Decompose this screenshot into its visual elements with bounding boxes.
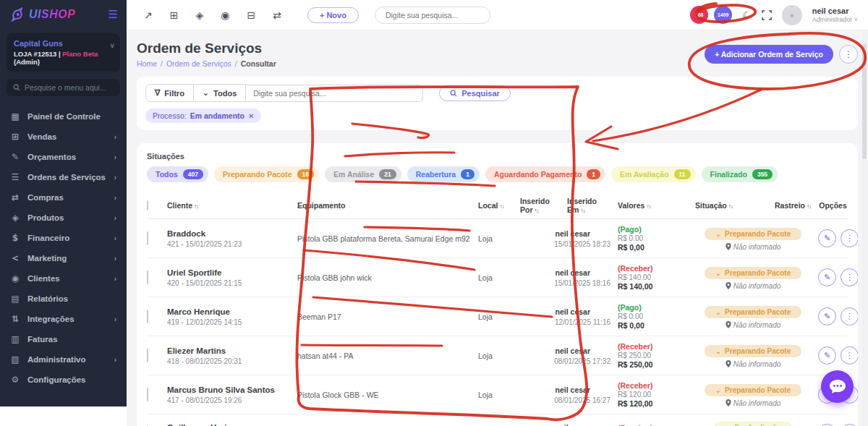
select-all-checkbox[interactable] [147,200,148,210]
count-badge: 11 [674,169,691,179]
edit-button[interactable]: ✎ [818,346,836,365]
header-inserido-em[interactable]: Inserido Em↑↓ [567,197,613,214]
client-name[interactable]: Marco Henrique [167,307,297,316]
sidebar-item-configurações[interactable]: ⚙ Configurações [0,370,127,390]
sidebar-item-faturas[interactable]: ▥ Faturas [0,329,127,349]
sidebar-item-painel-de-controle[interactable]: ▦ Painel de Controle [0,106,127,127]
row-checkbox[interactable] [147,388,148,401]
sidebar-toggle-icon[interactable]: ☰ [109,8,118,21]
row-checkbox[interactable] [147,349,148,362]
status-chip-em-avaliação[interactable]: Em Avaliação11 [611,166,696,182]
page-menu-button[interactable]: ⋮ [839,45,858,64]
scope-select[interactable]: ⌄Todos [194,84,246,102]
stats-icon[interactable]: ↗ [144,9,153,21]
scrollbar-thumb[interactable] [862,43,867,159]
edit-button[interactable]: ✎ [818,307,836,325]
header-inserido-por[interactable]: Inserido Por↑↓ [520,197,567,214]
store-selector[interactable]: Capital Guns LOJA #12513 | Plano Beta (A… [7,33,120,72]
integrations-icon: ⇅ [10,314,20,324]
dark-mode-icon[interactable]: ☾ [742,9,752,21]
breadcrumb-home[interactable]: Home [137,59,157,68]
header-cliente[interactable]: Cliente↑↓ [167,201,297,210]
menu-search-input[interactable]: Pesquise o menu aqui... [7,79,120,96]
row-menu-button[interactable]: ⋮ [841,268,858,286]
sidebar-item-ordens-de-serviços[interactable]: ☰ Ordens de Serviços › [0,167,127,187]
avatar[interactable]: ● [782,5,802,25]
new-button[interactable]: + Novo [307,7,359,23]
clients-icon[interactable]: ◉ [221,9,229,21]
sidebar-item-administrativo[interactable]: ▧ Administrativo › [0,349,127,370]
red-counter-badge[interactable]: 268 [690,6,708,24]
edit-button[interactable]: ✎ [818,229,836,247]
sidebar-item-marketing[interactable]: < Marketing › [0,248,127,268]
row-checkbox[interactable] [147,231,148,245]
quotes-icon: ✎ [10,152,20,162]
search-button[interactable]: Pesquisar [439,85,511,101]
sidebar-item-clientes[interactable]: ◉ Clientes › [0,268,127,289]
situation-pill[interactable]: ⌄Preparando Pacote [705,306,802,318]
sort-icon: ↑↓ [728,203,733,210]
truck-icon[interactable]: ⊟ [247,9,255,21]
status-chip-preparando-pacote[interactable]: Preparando Pacote18 [214,166,319,182]
status-chip-finalizado[interactable]: Finalizado355 [702,166,778,182]
client-name[interactable]: Marcus Bruno Silva Santos [167,385,297,394]
sidebar-item-produtos[interactable]: ◈ Produtos › [0,208,127,228]
fullscreen-icon[interactable] [762,10,772,20]
product-icon[interactable]: ◈ [195,9,203,21]
sidebar-item-vendas[interactable]: ⊞ Vendas › [0,127,127,147]
location-pin-icon [726,243,731,250]
value-partial: R$ 0.00 [618,312,688,320]
status-chip-em-análise[interactable]: Em Análise21 [325,166,401,182]
sidebar-item-integrações[interactable]: ⇅ Integrações › [0,309,127,329]
status-chip-reabertura[interactable]: Reabertura1 [407,166,480,182]
add-service-order-button[interactable]: + Adicionar Ordem de Serviço [705,45,833,64]
row-menu-button[interactable]: ⋮ [841,346,858,365]
purple-counter-badge[interactable]: 1409 [714,6,732,24]
active-filter-chip[interactable]: Processo: Em andamento ✕ [145,108,261,123]
header-local[interactable]: Local↑↓ [478,201,520,210]
count-badge: 407 [183,169,203,179]
chevron-right-icon: › [114,356,116,364]
row-menu-button[interactable]: ⋮ [841,424,858,426]
situation-pill[interactable]: ⌄Preparando Pacote [705,228,802,240]
filter-card: ∇Filtro ⌄Todos Pesquisar Processo: Em an… [137,77,858,130]
edit-button[interactable]: ✎ [818,424,836,426]
situation-pill[interactable]: ⌄Preparando Pacote [705,384,802,396]
breadcrumb-orders[interactable]: Ordem de Serviços [166,59,231,68]
chevron-right-icon: › [114,275,116,283]
client-name[interactable]: Braddock [167,229,297,238]
row-menu-button[interactable]: ⋮ [841,229,858,247]
inserted-at: 15/01/2025 18:16 [520,279,610,287]
sidebar-item-relatórios[interactable]: ▤ Relatórios [0,289,127,309]
situation-pill[interactable]: ⌄Preparando Pacote [705,345,802,357]
row-checkbox[interactable] [147,310,148,323]
filter-button[interactable]: ∇Filtro [145,84,194,102]
status-chip-todos[interactable]: Todos407 [147,166,208,182]
row-checkbox[interactable] [147,270,148,284]
edit-button[interactable]: ✎ [818,268,836,286]
row-menu-button[interactable]: ⋮ [841,307,858,325]
chevron-down-icon: ⌄ [715,230,721,238]
chat-fab-button[interactable] [821,370,854,403]
store-name: Capital Guns [14,39,113,48]
sidebar-item-orçamentos[interactable]: ✎ Orçamentos › [0,147,127,167]
table-search-input[interactable] [246,85,423,102]
header-situacao[interactable]: Situação↑↓ [695,201,733,210]
header-valores[interactable]: Valores↑↓ [618,201,688,210]
user-menu[interactable]: neil cesar Administrador ˅ [812,7,858,24]
client-name[interactable]: Eliezer Martins [167,346,297,355]
header-rastreio[interactable]: Rastreio↑↓ [775,201,811,210]
sync-icon[interactable]: ⇄ [273,9,281,21]
inserted-at: 08/01/2025 16:27 [520,396,610,404]
sidebar-item-compras[interactable]: ⇄ Compras › [0,187,127,208]
sidebar-item-financeiro[interactable]: $ Financeiro › [0,228,127,248]
client-name[interactable]: Guilherme Herique [167,423,297,426]
payment-status: (Receber) [618,381,688,390]
cart-icon[interactable]: ⊞ [170,9,179,21]
client-name[interactable]: Uriel Sportlife [167,268,297,277]
global-search-input[interactable] [375,7,490,24]
situation-pill[interactable]: ⌄Em Avaliação [714,422,792,426]
close-icon[interactable]: ✕ [248,112,254,120]
status-chip-aguardando-pagamento[interactable]: Aguardando Pagamento1 [485,166,605,182]
situation-pill[interactable]: ⌄Preparando Pacote [705,267,802,279]
